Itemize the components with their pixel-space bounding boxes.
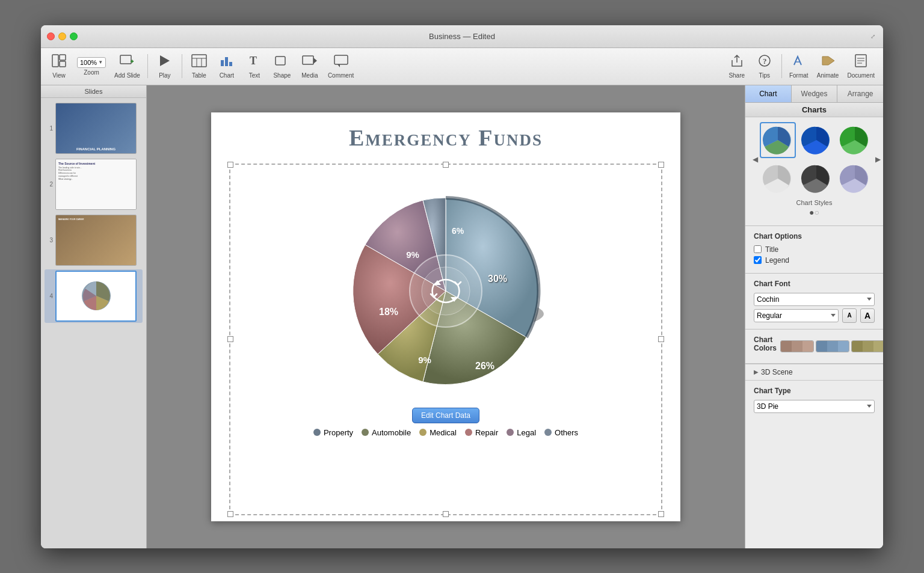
swatch-3-1 bbox=[852, 341, 863, 352]
comment-label: Comment bbox=[328, 72, 354, 79]
slide-canvas: Emergency Funds bbox=[211, 112, 680, 521]
svg-rect-15 bbox=[276, 57, 285, 65]
maximize-button[interactable] bbox=[70, 32, 78, 40]
svg-text:9%: 9% bbox=[418, 355, 431, 365]
color-swatch-group-1[interactable] bbox=[780, 340, 814, 352]
chart-type-section: Chart Type 3D Pie Pie Bar Line bbox=[745, 381, 883, 421]
zoom-tool[interactable]: 100% ▼ Zoom bbox=[73, 55, 109, 78]
title-checkbox[interactable] bbox=[754, 245, 762, 253]
scene-3d-row[interactable]: ▶ 3D Scene bbox=[745, 364, 883, 381]
chart-style-2[interactable] bbox=[798, 122, 834, 158]
slide-1-content: FINANCIAL PLANNING bbox=[76, 147, 116, 151]
styles-next-arrow[interactable]: ▶ bbox=[873, 147, 882, 171]
media-label: Media bbox=[301, 72, 318, 79]
color-swatch-group-3[interactable] bbox=[851, 340, 883, 352]
document-tool[interactable]: Document bbox=[843, 52, 878, 81]
chart-type-title: Chart Type bbox=[754, 387, 875, 395]
legend-repair: Repair bbox=[465, 428, 498, 437]
slide-thumb-2[interactable]: 2 The Source of Investment The leading s… bbox=[45, 158, 143, 211]
font-name-select[interactable]: Cochin Helvetica Arial bbox=[754, 293, 875, 306]
document-icon bbox=[855, 54, 867, 71]
zoom-value: 100% bbox=[80, 59, 97, 66]
color-swatch-group-2[interactable] bbox=[816, 340, 849, 352]
right-panel: Chart Wedges Arrange Charts ◀ bbox=[745, 85, 883, 548]
font-increase-button[interactable]: A bbox=[860, 308, 875, 323]
pie-chart[interactable]: 30% 6% 9% 18% 9% 26% bbox=[331, 177, 560, 405]
slide-thumb-3[interactable]: 3 Managing Your Career bbox=[45, 213, 143, 267]
slides-list: 1 FINANCIAL PLANNING 2 The Source of Inv… bbox=[41, 98, 146, 548]
legend-property: Property bbox=[313, 428, 353, 437]
add-slide-tool[interactable]: Add Slide bbox=[111, 52, 144, 81]
chart-options-title: Chart Options bbox=[754, 232, 875, 241]
fullscreen-button[interactable]: ⤢ bbox=[869, 32, 877, 40]
legend-label-property: Property bbox=[324, 428, 353, 437]
tab-arrange[interactable]: Arrange bbox=[837, 85, 883, 102]
media-tool[interactable]: Media bbox=[297, 52, 323, 81]
table-icon bbox=[191, 54, 207, 71]
chart-style-4[interactable] bbox=[760, 161, 796, 197]
chart-style-5[interactable] bbox=[798, 161, 834, 197]
legend-label-repair: Repair bbox=[475, 428, 498, 437]
svg-text:30%: 30% bbox=[488, 274, 507, 284]
tips-icon: ? bbox=[758, 54, 771, 71]
chart-tool[interactable]: Chart bbox=[214, 52, 240, 81]
svg-marker-17 bbox=[313, 58, 317, 64]
slides-panel: Slides 1 FINANCIAL PLANNING 2 bbox=[41, 85, 147, 548]
slide-thumb-1[interactable]: 1 FINANCIAL PLANNING bbox=[45, 102, 143, 155]
comment-tool[interactable]: Comment bbox=[324, 52, 357, 81]
zoom-box[interactable]: 100% ▼ bbox=[77, 57, 106, 68]
text-label: Text bbox=[249, 72, 260, 79]
chart-style-1[interactable] bbox=[760, 122, 796, 158]
tips-tool[interactable]: ? Tips bbox=[751, 52, 778, 81]
font-name-row: Cochin Helvetica Arial bbox=[754, 293, 875, 306]
view-tool[interactable]: View bbox=[46, 52, 72, 81]
animate-tool[interactable]: Animate bbox=[813, 52, 843, 81]
text-tool[interactable]: T Text bbox=[241, 52, 268, 81]
svg-text:26%: 26% bbox=[475, 361, 494, 371]
add-slide-label: Add Slide bbox=[114, 72, 140, 79]
chart-legend: Property Automobile Medical bbox=[313, 428, 578, 437]
legend-checkbox[interactable] bbox=[754, 256, 762, 264]
font-style-select[interactable]: Regular Bold Italic bbox=[754, 309, 839, 322]
share-icon bbox=[730, 54, 744, 71]
shape-tool[interactable]: Shape bbox=[269, 52, 295, 81]
slide-3-content: Managing Your Career bbox=[56, 215, 136, 265]
share-tool[interactable]: Share bbox=[724, 52, 750, 81]
styles-prev-arrow[interactable]: ◀ bbox=[750, 147, 760, 171]
minimize-button[interactable] bbox=[58, 32, 66, 40]
table-tool[interactable]: Table bbox=[186, 52, 212, 81]
legend-automobile: Automobile bbox=[362, 428, 411, 437]
svg-text:6%: 6% bbox=[452, 226, 464, 236]
chart-style-6[interactable] bbox=[837, 161, 873, 197]
title-checkbox-row: Title bbox=[754, 245, 875, 254]
window-title: Business — Edited bbox=[429, 32, 495, 41]
title-checkbox-label: Title bbox=[765, 245, 778, 254]
styles-dots: ●○ bbox=[750, 207, 878, 217]
slide-preview-2: The Source of Investment The leading sid… bbox=[55, 159, 137, 210]
tab-wedges[interactable]: Wedges bbox=[792, 85, 838, 102]
tab-chart[interactable]: Chart bbox=[745, 85, 792, 102]
format-tool[interactable]: Format bbox=[786, 52, 812, 81]
close-button[interactable] bbox=[47, 32, 55, 40]
legend-others: Others bbox=[544, 428, 578, 437]
panel-tabs: Chart Wedges Arrange bbox=[745, 85, 883, 103]
swatch-1-3 bbox=[802, 341, 813, 352]
slide-thumb-4[interactable]: 4 bbox=[45, 269, 143, 323]
chart-style-3[interactable] bbox=[837, 122, 873, 158]
svg-rect-16 bbox=[303, 56, 313, 64]
share-label: Share bbox=[728, 72, 745, 79]
legend-dot-property bbox=[313, 429, 321, 436]
zoom-arrow-icon: ▼ bbox=[98, 60, 103, 65]
legend-label-legal: Legal bbox=[517, 428, 536, 437]
swatch-2-3 bbox=[838, 341, 849, 352]
legend-dot-automobile bbox=[362, 429, 369, 436]
svg-text:T: T bbox=[250, 55, 257, 67]
chart-container[interactable]: 30% 6% 9% 18% 9% 26% Edit Chart Data bbox=[229, 164, 662, 515]
legend-medical: Medical bbox=[419, 428, 457, 437]
chart-type-select[interactable]: 3D Pie Pie Bar Line bbox=[754, 400, 875, 413]
slide-title: Emergency Funds bbox=[211, 112, 680, 151]
edit-chart-data-button[interactable]: Edit Chart Data bbox=[412, 408, 479, 423]
media-icon bbox=[302, 54, 318, 71]
play-tool[interactable]: Play bbox=[152, 52, 178, 81]
font-decrease-button[interactable]: A bbox=[842, 308, 857, 323]
